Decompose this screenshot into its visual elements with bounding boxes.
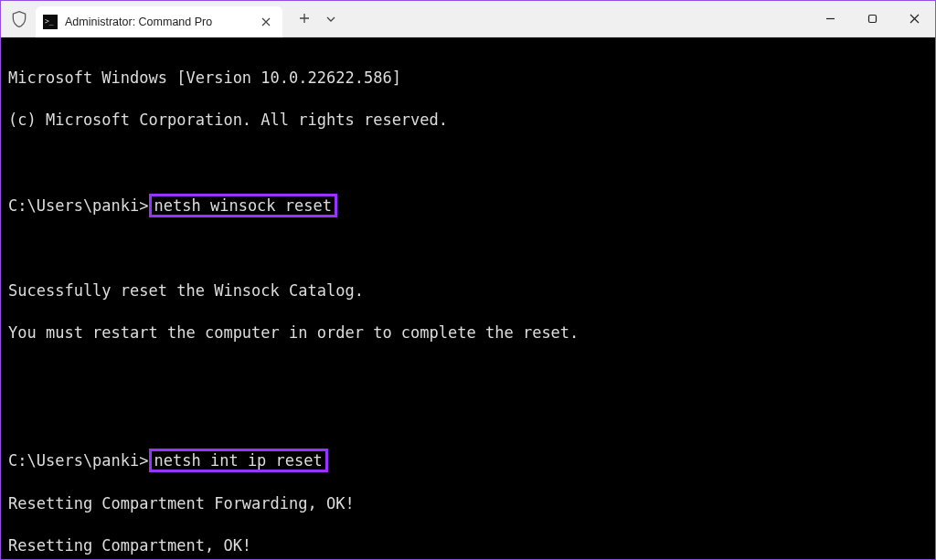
tab-dropdown-button[interactable] (326, 12, 335, 26)
command-highlight: netsh int ip reset (149, 449, 328, 472)
terminal-icon: >_ (43, 15, 58, 29)
terminal-content[interactable]: Microsoft Windows [Version 10.0.22622.58… (1, 37, 935, 560)
tab-actions (282, 12, 335, 26)
active-tab[interactable]: >_ Administrator: Command Pro (36, 6, 282, 37)
blank-line (8, 238, 928, 259)
output-line: You must restart the computer in order t… (8, 322, 928, 343)
blank-line (8, 365, 928, 386)
maximize-button[interactable] (851, 1, 893, 37)
svg-rect-0 (868, 16, 876, 23)
minimize-button[interactable] (809, 1, 851, 37)
prompt-line: C:\Users\panki>netsh winsock reset (8, 194, 928, 217)
tab-title: Administrator: Command Pro (65, 16, 259, 28)
prompt-prefix: C:\Users\panki> (8, 196, 149, 215)
window-controls (809, 1, 935, 37)
titlebar: >_ Administrator: Command Pro (1, 1, 935, 37)
close-tab-button[interactable] (259, 15, 273, 29)
blank-line (8, 152, 928, 173)
shield-icon (10, 9, 28, 29)
output-line: Resetting Compartment, OK! (8, 535, 928, 556)
close-window-button[interactable] (893, 1, 935, 37)
prompt-line: C:\Users\panki>netsh int ip reset (8, 449, 928, 472)
new-tab-button[interactable] (299, 12, 310, 26)
output-line: Microsoft Windows [Version 10.0.22622.58… (8, 68, 928, 89)
blank-line (8, 407, 928, 428)
output-line: (c) Microsoft Corporation. All rights re… (8, 110, 928, 131)
output-line: Sucessfully reset the Winsock Catalog. (8, 280, 928, 301)
prompt-prefix: C:\Users\panki> (8, 451, 149, 470)
command-highlight: netsh winsock reset (149, 194, 337, 217)
output-line: Resetting Compartment Forwarding, OK! (8, 493, 928, 514)
